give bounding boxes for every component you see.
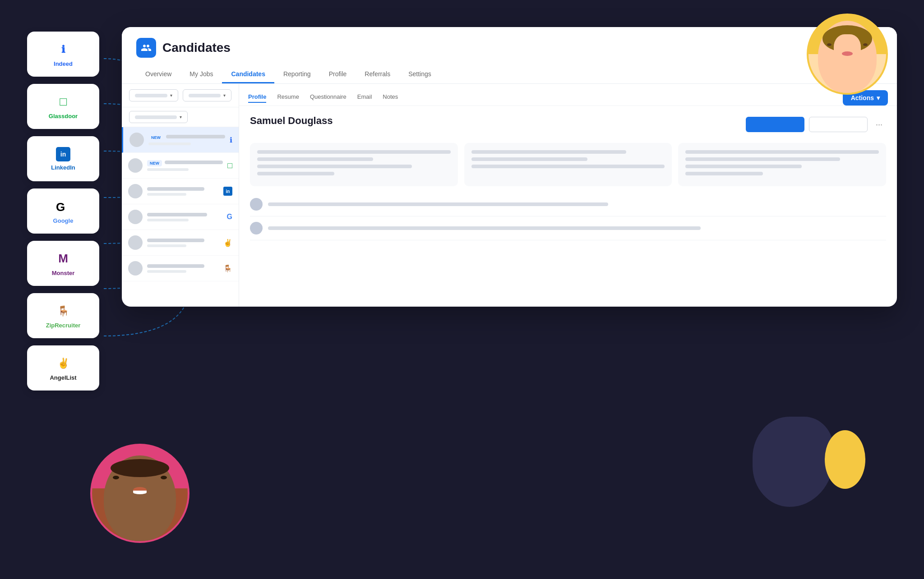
profile-tab-email[interactable]: Email [357, 93, 372, 103]
filter-select-2[interactable]: ▾ [183, 89, 232, 101]
profile-panel: Profile Resume Questionnaire Email Notes… [239, 84, 897, 307]
linkedin-card[interactable]: in LinkedIn [27, 136, 99, 181]
info-bar-2c [471, 165, 665, 168]
linkedin-label: LinkedIn [51, 164, 75, 171]
indeed-label: Indeed [54, 60, 73, 67]
source-icon-1: ℹ [230, 136, 232, 144]
info-bar-1d [257, 172, 334, 175]
tab-overview[interactable]: Overview [136, 66, 180, 83]
info-bar-1b [257, 157, 373, 161]
avatar-male [90, 444, 189, 543]
tab-referrals[interactable]: Referrals [356, 66, 399, 83]
activity-row-2 [250, 216, 886, 240]
candidate-sub-bar-5 [147, 244, 186, 247]
ziprecruiter-icon: 🪑 [55, 303, 71, 319]
tab-settings[interactable]: Settings [399, 66, 440, 83]
candidate-avatar-5 [128, 235, 143, 250]
angellist-label: AngelList [50, 374, 76, 381]
google-card[interactable]: G Google [27, 188, 99, 234]
profile-content: Samuel Douglass ··· [239, 106, 897, 307]
tab-profile[interactable]: Profile [320, 66, 356, 83]
tab-reporting[interactable]: Reporting [274, 66, 320, 83]
candidate-item-4[interactable]: G [122, 204, 239, 230]
monster-card[interactable]: M Monster [27, 241, 99, 286]
info-cards-grid [250, 143, 886, 186]
source-icon-3: in [223, 187, 232, 196]
candidate-sub-bar-6 [147, 270, 186, 273]
profile-tab-questionnaire[interactable]: Questionnaire [310, 93, 346, 103]
avatar-female [807, 14, 888, 95]
primary-action-button[interactable] [746, 117, 804, 132]
candidate-info-3 [147, 187, 219, 196]
profile-tab-notes[interactable]: Notes [383, 93, 398, 103]
page-title: Candidates [162, 41, 231, 55]
new-badge-2: NEW [147, 160, 162, 166]
angellist-card[interactable]: ✌️ AngelList [27, 345, 99, 391]
candidate-item-6[interactable]: 🪑 [122, 256, 239, 281]
profile-tab-resume[interactable]: Resume [277, 93, 299, 103]
activity-avatar-1 [250, 198, 263, 211]
glassdoor-icon: □ [55, 94, 71, 110]
candidate-avatar-3 [128, 184, 143, 198]
candidates-icon [136, 38, 156, 58]
activity-bar-container-2 [268, 226, 886, 230]
candidate-list-panel: ▾ ▾ ▾ [122, 84, 239, 307]
actions-chevron-icon: ▾ [877, 94, 880, 101]
candidate-full-name: Samuel Douglass [250, 115, 333, 127]
filter-select-3[interactable]: ▾ [129, 111, 188, 123]
candidate-item-2[interactable]: NEW □ [122, 153, 239, 179]
nav-tabs: Overview My Jobs Candidates Reporting Pr… [136, 66, 882, 83]
candidate-item-5[interactable]: ✌️ [122, 230, 239, 256]
glassdoor-card[interactable]: □ Glassdoor [27, 84, 99, 129]
filter-2-chevron: ▾ [223, 93, 226, 98]
profile-actions: ··· [746, 117, 886, 132]
indeed-icon: ℹ [55, 41, 71, 58]
source-icon-5: ✌️ [223, 239, 232, 247]
candidate-name-bar-1 [166, 135, 225, 138]
linkedin-icon: in [56, 147, 70, 161]
activity-bar-2 [268, 226, 701, 230]
candidate-item-3[interactable]: in [122, 179, 239, 204]
app-body: ▾ ▾ ▾ [122, 84, 897, 307]
indeed-card[interactable]: ℹ Indeed [27, 32, 99, 77]
angellist-icon: ✌️ [55, 355, 71, 372]
more-options-button[interactable]: ··· [872, 118, 886, 131]
tab-candidates[interactable]: Candidates [222, 66, 274, 83]
google-label: Google [53, 217, 74, 224]
google-icon: G [55, 198, 71, 215]
candidate-item-selected[interactable]: NEW ℹ [122, 127, 239, 153]
activity-row-1 [250, 193, 886, 216]
ziprecruiter-label: ZipRecruiter [46, 322, 81, 329]
info-bar-1a [257, 150, 451, 154]
candidate-name-bar-2 [165, 161, 223, 164]
candidate-info-6 [147, 264, 219, 273]
profile-tab-profile[interactable]: Profile [248, 93, 266, 103]
activity-bar-container-1 [268, 202, 886, 206]
page-title-row: Candidates [136, 38, 882, 58]
candidate-info-5 [147, 239, 219, 247]
candidate-sub-bar-2 [147, 168, 189, 171]
info-bar-2b [471, 157, 587, 161]
tab-my-jobs[interactable]: My Jobs [180, 66, 222, 83]
secondary-action-button[interactable] [809, 117, 868, 132]
info-card-1 [250, 143, 458, 186]
ziprecruiter-card[interactable]: 🪑 ZipRecruiter [27, 293, 99, 338]
candidate-name-bar-3 [147, 187, 204, 191]
candidate-avatar-6 [128, 261, 143, 276]
info-bar-1c [257, 165, 412, 168]
svg-text:G: G [56, 200, 65, 214]
filter-select-1[interactable]: ▾ [129, 89, 178, 101]
info-bar-3a [685, 150, 879, 154]
glassdoor-label: Glassdoor [49, 113, 78, 119]
app-header: Candidates Overview My Jobs Candidates R… [122, 27, 897, 84]
monster-icon: M [55, 251, 71, 267]
info-bar-3b [685, 157, 840, 161]
candidate-avatar-2 [128, 158, 143, 173]
new-badge-1: NEW [148, 134, 163, 141]
candidate-info-4 [147, 213, 222, 221]
filter-3-chevron: ▾ [180, 115, 182, 119]
candidate-list: NEW ℹ NEW [122, 127, 239, 307]
monster-label: Monster [52, 270, 75, 276]
app-window: Candidates Overview My Jobs Candidates R… [122, 27, 897, 307]
profile-header-row: Profile Resume Questionnaire Email Notes… [239, 84, 897, 106]
